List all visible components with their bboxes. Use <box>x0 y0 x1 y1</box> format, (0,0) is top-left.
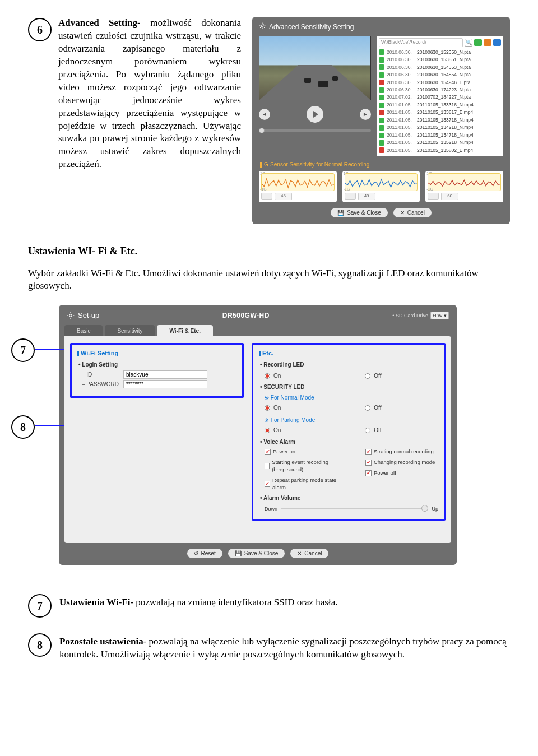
file-row[interactable]: 2010.06.30.20100630_153851_N.pta <box>379 56 501 63</box>
file-name: 20110105_133617_E.mp4 <box>417 109 501 115</box>
play-button[interactable] <box>307 106 323 123</box>
wave-value[interactable]: 49 <box>358 193 375 200</box>
drive-select[interactable]: H:W ▾ <box>430 312 449 319</box>
waveform <box>345 173 418 191</box>
file-type-icon <box>379 125 384 131</box>
chk-start-normal[interactable]: ✔ <box>365 449 372 455</box>
file-date: 2011.01.05. <box>387 147 415 154</box>
chk-change-mode[interactable]: ✔ <box>365 460 372 466</box>
rec-led-off-radio[interactable] <box>365 373 370 379</box>
cancel-button[interactable]: ✕Cancel <box>290 549 328 559</box>
volume-knob[interactable] <box>421 505 428 512</box>
file-type-icon <box>379 140 384 146</box>
chk-power-on[interactable]: ✔ <box>265 449 271 455</box>
filter-normal-button[interactable] <box>474 39 482 46</box>
advanced-sensitivity-panel: Advanced Sensitivity Setting ◄ ► <box>252 17 510 224</box>
filter-event-button[interactable] <box>484 39 491 46</box>
file-row[interactable]: 2011.01.05.20110105_134218_N.mp4 <box>379 124 501 131</box>
voice-alarm-label: • Voice Alarm <box>260 438 438 446</box>
item-6-lead: Advanced Setting- <box>58 17 141 28</box>
filter-parking-button[interactable] <box>493 39 501 46</box>
file-row[interactable]: 2011.01.05.20110105_134718_N.mp4 <box>379 132 501 139</box>
progress-bar[interactable] <box>259 129 371 132</box>
connector-7 <box>35 349 68 350</box>
chk-repeat-park[interactable]: ✔ <box>265 481 270 487</box>
badge-8: 8 <box>11 415 35 439</box>
etc-box: Etc. • Recording LED On Off • SECURITY L… <box>252 343 446 521</box>
badge-7-bottom: 7 <box>28 594 52 618</box>
normal-mode-note: ※ For Normal Mode <box>265 394 438 402</box>
chk-start-event[interactable] <box>265 463 270 469</box>
axis-icon <box>428 193 439 200</box>
file-row[interactable]: 2011.01.05.20110105_133617_E.mp4 <box>379 109 501 116</box>
file-row[interactable]: 2011.01.05.20110105_133718_N.mp4 <box>379 117 501 124</box>
sec-normal-off-radio[interactable] <box>365 405 370 411</box>
cancel-button[interactable]: ✕Cancel <box>393 208 432 218</box>
item-6-text: Advanced Setting- możliwość dokonania us… <box>58 17 241 171</box>
rec-led-on-radio[interactable] <box>265 373 270 379</box>
item-7-rest: pozwalają na zmianę identyfikatora SSID … <box>133 597 337 607</box>
file-row[interactable]: 2010.06.30.20100630_154353_N.pta <box>379 64 501 71</box>
file-date: 2010.06.30. <box>387 87 415 93</box>
wave-controls: 60 <box>428 193 501 200</box>
reset-button[interactable]: ↺Reset <box>187 549 222 559</box>
next-button[interactable]: ► <box>360 109 371 120</box>
waveform <box>261 173 335 191</box>
wave-value[interactable]: 46 <box>275 193 292 200</box>
file-row[interactable]: 2011.01.05.20110105_135218_N.mp4 <box>379 139 501 146</box>
file-name: 20110105_135218_N.mp4 <box>417 140 501 146</box>
search-icon[interactable]: 🔍 <box>465 39 472 47</box>
file-list[interactable]: 2010.06.30.20100630_152350_N.pta2010.06.… <box>379 49 501 155</box>
wave-value[interactable]: 60 <box>441 193 458 200</box>
svg-point-0 <box>261 25 263 27</box>
file-row[interactable]: 2010.06.30.20100630_152350_N.pta <box>379 49 501 56</box>
file-type-icon <box>379 95 384 100</box>
file-row[interactable]: 2010.06.30.20100630_174223_N.pta <box>379 86 501 94</box>
volume-slider[interactable] <box>281 508 428 509</box>
file-row[interactable]: 2010.06.30.20100630_154946_E.pta <box>379 79 501 86</box>
tab-wifi-etc[interactable]: Wi-Fi & Etc. <box>157 325 212 337</box>
tab-sensitivity[interactable]: Sensitivity <box>105 325 155 337</box>
id-input[interactable] <box>123 370 207 379</box>
item-8-text: Pozostałe ustawienia- pozwalają na włącz… <box>59 632 510 661</box>
file-row[interactable]: 2011.01.05.20110105_135802_E.mp4 <box>379 147 501 154</box>
svg-line-6 <box>264 27 265 29</box>
file-date: 2010.06.30. <box>387 57 415 63</box>
progress-knob[interactable] <box>259 128 265 133</box>
axis-icon <box>261 193 272 200</box>
file-row[interactable]: 2010.06.30.20100630_154854_N.pta <box>379 71 501 78</box>
file-name: 20110105_135802_E.mp4 <box>417 147 501 154</box>
video-frame[interactable] <box>259 36 371 100</box>
on-label: On <box>273 372 281 380</box>
file-name: 20100630_154353_N.pta <box>417 64 501 71</box>
save-close-button[interactable]: 💾Save & Close <box>331 208 388 218</box>
file-name: 20100630_153851_N.pta <box>417 57 501 63</box>
prev-button[interactable]: ◄ <box>259 109 270 120</box>
sec-park-on-radio[interactable] <box>265 428 270 433</box>
axis-icon <box>345 193 356 200</box>
wave-box: 1G-1G60 <box>425 171 503 202</box>
sec-normal-on-radio[interactable] <box>265 405 270 411</box>
tab-basic[interactable]: Basic <box>64 325 103 337</box>
wave-box: 1G-1G46 <box>259 171 337 202</box>
sec-park-off-radio[interactable] <box>365 428 370 433</box>
file-type-icon <box>379 72 384 78</box>
file-type-icon <box>379 133 384 138</box>
chk-power-off[interactable]: ✔ <box>365 470 372 476</box>
file-type-icon <box>379 64 384 70</box>
item-8-bold: Pozostałe ustawienia <box>59 636 143 647</box>
file-name: 20100702_184227_N.pta <box>417 94 501 100</box>
sens-panel-title: Advanced Sensitivity Setting <box>269 22 354 31</box>
setup-model: DR500GW-HD <box>99 311 392 320</box>
file-row[interactable]: 2010.07.02.20100702_184227_N.pta <box>379 94 501 101</box>
wave-controls: 49 <box>345 193 418 200</box>
scale-bottom: -1G <box>344 187 350 192</box>
file-type-icon <box>379 118 384 123</box>
file-path[interactable]: W:\BlackVue\Record\ <box>379 38 463 47</box>
file-type-icon <box>379 110 384 115</box>
section-paragraph: Wybór zakładki Wi-Fi & Etc. Umożliwi dok… <box>28 267 510 293</box>
file-name: 20110105_133316_N.mp4 <box>417 102 501 108</box>
password-input[interactable] <box>123 380 207 388</box>
file-row[interactable]: 2011.01.05.20110105_133316_N.mp4 <box>379 101 501 109</box>
save-close-button[interactable]: 💾Save & Close <box>228 549 285 559</box>
